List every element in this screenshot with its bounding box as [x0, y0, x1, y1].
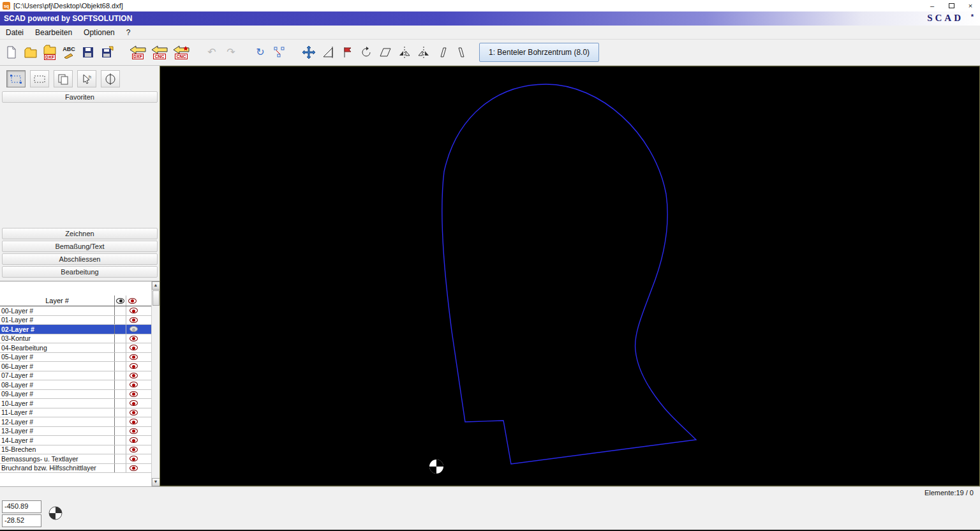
close-button[interactable]: × [961, 0, 980, 11]
layer-visibility-eye-icon[interactable] [130, 382, 138, 387]
scrollbar-thumb[interactable] [152, 290, 160, 306]
layer-row[interactable]: 14-Layer # [0, 436, 151, 445]
drawing-canvas[interactable] [160, 66, 980, 486]
select-dashed-button[interactable] [30, 70, 49, 87]
scroll-up-icon[interactable]: ▲ [152, 281, 160, 290]
import-cnc-button[interactable]: CNC [149, 41, 170, 63]
layer-row[interactable]: 13-Layer # [0, 427, 151, 437]
new-file-icon [4, 45, 19, 59]
layer-visibility-eye-icon[interactable] [130, 363, 138, 369]
application-window: sq [C:\Users\pfj\Desktop\Objekt68.dxf] –… [0, 0, 980, 531]
position-flag-button[interactable] [338, 41, 357, 63]
scroll-down-icon[interactable]: ▼ [152, 478, 160, 486]
layer-row[interactable]: 09-Layer # [0, 390, 151, 400]
layer-row[interactable]: 07-Layer # [0, 371, 151, 381]
menu-help[interactable]: ? [121, 27, 137, 38]
layer-row[interactable]: 15-Brechen [0, 445, 151, 455]
layer-visibility-eye-icon[interactable] [130, 391, 138, 397]
window-title: [C:\Users\pfj\Desktop\Objekt68.dxf] [13, 2, 123, 10]
redo-button[interactable]: ↷ [221, 41, 241, 63]
new-file-button[interactable] [2, 41, 21, 63]
slant-right-button[interactable] [452, 41, 471, 63]
pointer-query-button[interactable]: h [77, 70, 96, 87]
import-dxf-button[interactable]: DXF [127, 41, 149, 63]
visibility-all-eye-icon[interactable] [116, 298, 124, 304]
open-folder-icon [24, 45, 38, 59]
menu-datei[interactable]: Datei [0, 27, 29, 38]
menu-bearbeiten[interactable]: Bearbeiten [29, 27, 78, 38]
undo-button[interactable]: ↶ [202, 41, 221, 63]
status-bar: Elemente:19 / 0 [0, 486, 980, 498]
visibility-column-eye-icon[interactable] [128, 298, 137, 304]
layer-row[interactable]: 00-Layer # [0, 306, 151, 316]
save-as-button[interactable] [98, 41, 117, 63]
save-button[interactable] [78, 41, 98, 63]
layer-row[interactable]: 03-Kontur [0, 334, 151, 344]
layer-visibility-eye-icon[interactable] [130, 410, 138, 415]
skew-button[interactable] [376, 41, 395, 63]
point-edit-button[interactable] [270, 41, 289, 63]
rotate-ccw-button[interactable] [357, 41, 376, 63]
minimize-button[interactable]: – [923, 0, 942, 11]
mirror-left-button[interactable] [395, 41, 414, 63]
layer-label: 05-Layer # [0, 353, 115, 362]
slant-left-button[interactable] [433, 41, 452, 63]
text-button[interactable]: ABC [59, 41, 78, 63]
layer-row[interactable]: 06-Layer # [0, 362, 151, 371]
app-header-title: SCAD powered by SOFTSOLUTION [4, 14, 132, 23]
origin-symbol-button[interactable] [47, 505, 64, 521]
layer-visibility-eye-icon[interactable] [130, 447, 138, 452]
coordinate-x-field[interactable]: -450.89 [2, 500, 41, 513]
export-cnc-button[interactable]: CNC [170, 41, 192, 63]
layer-row[interactable]: Bemassungs- u. Textlayer [0, 454, 151, 464]
slant-right-icon [456, 46, 468, 59]
contour-shape[interactable] [442, 84, 696, 464]
menu-optionen[interactable]: Optionen [78, 27, 121, 38]
layer-label: 15-Brechen [0, 445, 115, 454]
panel-abschliessen[interactable]: Abschliessen [2, 253, 158, 265]
layer-visibility-eye-icon[interactable] [130, 354, 138, 360]
layer-row[interactable]: 02-Layer # [0, 325, 151, 334]
layer-label: 01-Layer # [0, 316, 115, 325]
layer-visibility-eye-icon[interactable] [130, 373, 138, 378]
move-button[interactable] [299, 41, 318, 63]
layer-visibility-eye-icon[interactable] [130, 317, 138, 323]
machine-select-button[interactable]: 1: Benteler Bohrzentrum (8.0) [479, 43, 599, 62]
copy-pages-button[interactable] [54, 70, 73, 87]
panel-zeichnen[interactable]: Zeichnen [2, 228, 158, 239]
layer-scrollbar[interactable]: ▲ ▼ [151, 281, 160, 486]
layer-row[interactable]: 04-Bearbeitung [0, 343, 151, 353]
diameter-measure-button[interactable] [101, 70, 120, 87]
layer-visibility-eye-icon[interactable] [130, 428, 138, 434]
layer-row[interactable]: 08-Layer # [0, 380, 151, 390]
layer-visibility-eye-icon[interactable] [130, 400, 138, 406]
mirror-right-button[interactable] [414, 41, 433, 63]
dxf-label: DXF [132, 54, 144, 59]
panel-bemassung-text[interactable]: Bemaßung/Text [2, 241, 158, 252]
layer-row[interactable]: 12-Layer # [0, 417, 151, 427]
select-rect-button[interactable] [6, 70, 26, 87]
layer-row[interactable]: 10-Layer # [0, 399, 151, 408]
layer-row[interactable]: 11-Layer # [0, 408, 151, 418]
layer-visibility-eye-icon[interactable] [130, 345, 138, 350]
panel-bearbeitung[interactable]: Bearbeitung [2, 266, 158, 278]
layer-visibility-eye-icon[interactable] [130, 456, 138, 461]
maximize-button[interactable] [942, 0, 961, 11]
layer-visibility-eye-icon[interactable] [130, 308, 138, 313]
layer-visibility-eye-icon[interactable] [130, 437, 138, 443]
layer-row[interactable]: 05-Layer # [0, 353, 151, 363]
layer-label: 09-Layer # [0, 390, 115, 399]
layer-visibility-eye-icon[interactable] [130, 326, 138, 332]
layer-visibility-eye-icon[interactable] [130, 465, 138, 471]
open-dxf-button[interactable]: DXF [40, 41, 59, 63]
layer-visibility-eye-icon[interactable] [130, 336, 138, 341]
open-file-button[interactable] [21, 41, 40, 63]
rotate-tool-button[interactable]: ↻ [251, 41, 270, 63]
layer-row[interactable]: Bruchrand bzw. Hilfsschnittlayer [0, 464, 151, 474]
panel-favoriten[interactable]: Favoriten [2, 91, 158, 103]
layer-row[interactable]: 01-Layer # [0, 316, 151, 325]
coordinate-y-field[interactable]: -28.52 [2, 514, 41, 527]
contour-button[interactable] [318, 41, 338, 63]
layer-visibility-eye-icon[interactable] [130, 419, 138, 424]
flag-icon [341, 46, 353, 59]
